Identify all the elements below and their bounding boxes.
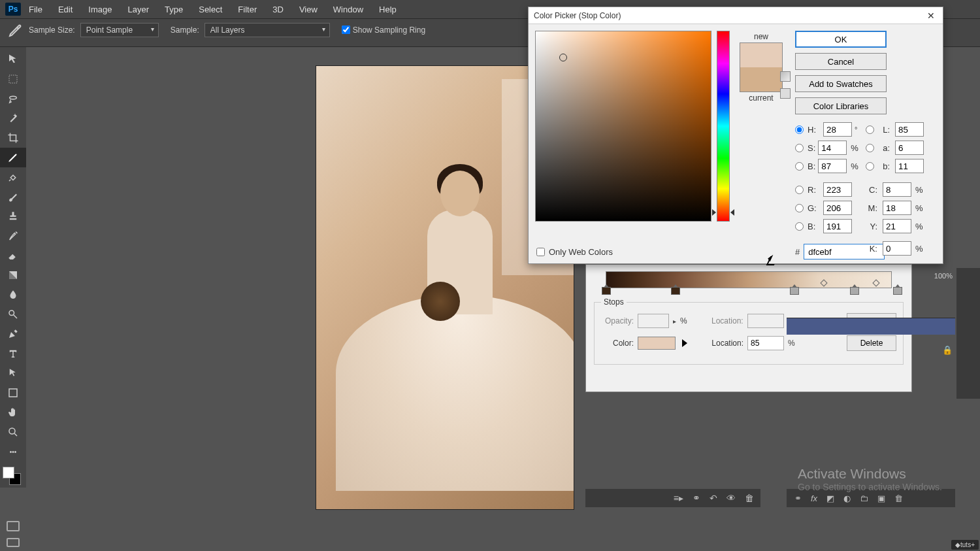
link-layers-icon[interactable]: ⚭ [794,493,802,503]
delete-layer-icon[interactable]: 🗑 [894,493,903,503]
trash-icon[interactable]: 🗑 [745,493,754,503]
fx-icon[interactable]: fx [811,493,817,503]
gradient-stop[interactable] [790,284,799,295]
web-colors-checkbox[interactable] [536,248,545,256]
a-radio[interactable] [866,144,874,152]
l-radio[interactable] [866,125,874,134]
pen-tool[interactable] [0,324,26,344]
menu-layer[interactable]: Layer [128,5,150,14]
sv-cursor[interactable] [559,54,567,61]
gradient-tool[interactable] [0,265,26,285]
gradient-stop[interactable] [850,284,859,295]
pct-label: % [915,222,923,231]
quickmask-icon[interactable] [7,521,20,531]
color-libraries-button[interactable]: Color Libraries [795,97,887,114]
dialog-titlebar[interactable]: Color Picker (Stop Color) ✕ [529,7,943,24]
menu-type[interactable]: Type [165,5,183,14]
sample-size-select[interactable]: Point Sample [80,23,159,37]
b-rgb-input[interactable] [823,219,852,233]
r-input[interactable] [823,182,852,197]
gradient-stop[interactable] [671,284,680,295]
menu-view[interactable]: View [299,5,318,14]
b-hsb-radio[interactable] [795,162,804,171]
visibility-icon[interactable]: 👁 [727,493,736,503]
a-input[interactable] [895,141,924,155]
history-brush-tool[interactable] [0,226,26,246]
close-icon[interactable]: ✕ [924,10,938,21]
zoom-tool[interactable] [0,422,26,442]
g-radio[interactable] [795,204,804,212]
layer-row-selected[interactable] [787,318,955,335]
opacity-location-input [747,314,784,328]
gradient-stop[interactable] [893,284,902,295]
eyedropper-tool[interactable] [0,148,26,167]
gradient-preview[interactable] [594,271,904,293]
mask-icon[interactable]: ◩ [826,493,834,503]
menu-filter[interactable]: Filter [238,5,257,14]
magic-wand-tool[interactable] [0,109,26,128]
saturation-value-field[interactable] [535,31,711,222]
cancel-button[interactable]: Cancel [795,53,887,70]
blur-tool[interactable] [0,285,26,305]
menu-edit[interactable]: Edit [58,5,73,14]
h-radio[interactable] [795,125,804,134]
menu-image[interactable]: Image [88,5,112,14]
marquee-tool[interactable] [0,69,26,89]
hue-pointer[interactable] [713,209,733,216]
b-lab-input[interactable] [895,159,924,173]
crop-tool[interactable] [0,128,26,148]
menu-window[interactable]: Window [333,5,363,14]
menu-help[interactable]: Help [379,5,397,14]
shape-tool[interactable] [0,383,26,403]
stamp-tool[interactable] [0,207,26,226]
more-tools[interactable]: ••• [0,442,26,461]
brush-tool[interactable] [0,187,26,207]
add-swatches-button[interactable]: Add to Swatches [795,75,887,92]
k-input[interactable] [883,241,911,256]
color-location-input[interactable] [747,336,784,350]
adjustment-icon[interactable]: ◐ [843,493,851,503]
gradient-stop[interactable] [602,284,611,295]
move-tool[interactable] [0,50,26,69]
c-input[interactable] [883,182,911,197]
r-radio[interactable] [795,186,804,194]
color-menu-arrow[interactable] [682,339,687,347]
color-delete-button[interactable]: Delete [847,335,896,351]
s-input[interactable] [818,141,847,155]
g-input[interactable] [823,201,852,215]
screenmode-icon[interactable] [7,538,20,547]
link-icon[interactable]: ⚭ [693,493,700,503]
show-ring-checkbox[interactable] [342,25,350,34]
fxbar-icon[interactable]: ≡▸ [674,493,683,503]
s-radio[interactable] [795,144,804,152]
color-swatches[interactable] [0,465,26,488]
b-lab-radio[interactable] [866,162,874,171]
undo-icon[interactable]: ↶ [710,493,717,503]
cube-icon[interactable] [780,71,791,82]
b-rgb-radio[interactable] [795,222,804,231]
l-input[interactable] [895,122,924,137]
menu-select[interactable]: Select [199,5,222,14]
eraser-tool[interactable] [0,246,26,265]
b-hsb-input[interactable] [818,159,847,173]
type-tool[interactable] [0,344,26,363]
healing-tool[interactable] [0,167,26,187]
stop-color-swatch[interactable] [638,337,676,350]
hue-slider[interactable] [717,31,730,222]
ok-button[interactable]: OK [795,31,887,48]
hand-tool[interactable] [0,403,26,422]
y-input[interactable] [883,219,911,233]
lasso-tool[interactable] [0,89,26,109]
websafe-icon[interactable] [780,88,791,99]
dodge-tool[interactable] [0,305,26,324]
group-icon[interactable]: 🗀 [860,493,868,503]
menu-file[interactable]: File [29,5,42,14]
menu-3d[interactable]: 3D [272,5,284,14]
new-layer-icon[interactable]: ▣ [877,493,885,503]
new-current-swatch[interactable] [740,42,783,92]
h-input[interactable] [823,122,852,137]
m-input[interactable] [883,201,911,215]
path-select-tool[interactable] [0,363,26,383]
pct-label: % [915,203,923,213]
sample-select[interactable]: All Layers [204,23,330,37]
